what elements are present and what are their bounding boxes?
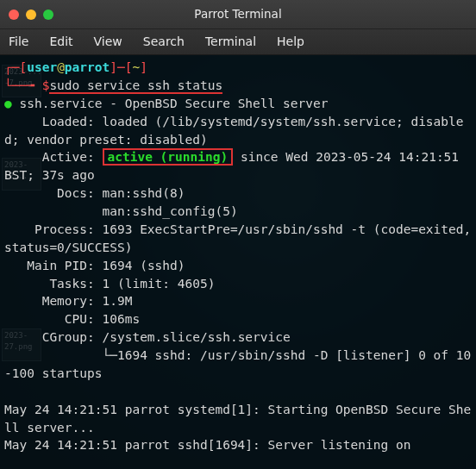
cgroup-line: CGroup: /system.slice/ssh.service (4, 330, 291, 344)
docs-link: man:sshd_config(5) (103, 204, 238, 218)
titlebar: Parrot Terminal (0, 0, 476, 29)
blank-line (4, 385, 12, 398)
prompt-bracket: ]─[ (110, 60, 132, 74)
active-label: Active: (4, 150, 103, 164)
menu-help[interactable]: Help (277, 33, 304, 50)
service-description: OpenBSD Secure Shell server (125, 97, 329, 110)
status-bullet-icon: ● (4, 97, 12, 110)
terminal-content[interactable]: ┌─[user@parrot]─[~] └──╼ $sudo service s… (0, 55, 476, 469)
prompt-user: user (27, 60, 57, 74)
prompt-bracket: ] (140, 60, 147, 74)
menu-terminal[interactable]: Terminal (205, 33, 256, 50)
menu-view[interactable]: View (94, 33, 122, 50)
prompt-host: parrot (65, 60, 110, 74)
prompt-line2-prefix: └──╼ (4, 78, 42, 92)
terminal-window: Parrot Terminal File Edit View Search Te… (0, 0, 476, 469)
prompt-bracket: ┌─[ (4, 60, 27, 74)
menu-search[interactable]: Search (143, 33, 185, 50)
tasks-line: Tasks: 1 (limit: 4605) (4, 277, 215, 291)
menu-edit[interactable]: Edit (49, 33, 72, 50)
annotation-underline (49, 92, 222, 94)
service-name: ssh.service - (12, 97, 125, 110)
journal-log-line: May 24 14:21:51 parrot sshd[1694]: Serve… (4, 438, 410, 452)
command-entered: sudo service ssh status (49, 78, 222, 92)
tree-branch-icon: └─ (4, 348, 117, 362)
cpu-line: CPU: 106ms (4, 312, 140, 326)
docs-link: man:sshd(8) (103, 186, 185, 200)
journal-log-line: May 24 14:21:51 parrot systemd[1]: Start… (4, 403, 471, 435)
active-status: active (running) (103, 148, 234, 166)
prompt-at: @ (57, 60, 65, 74)
menu-bar: File Edit View Search Terminal Help (0, 29, 476, 55)
process-line: Process: 1693 ExecStartPre=/usr/sbin/ssh… (4, 222, 476, 254)
docs-label: Docs: (4, 186, 103, 200)
menu-file[interactable]: File (9, 33, 28, 50)
memory-line: Memory: 1.9M (4, 294, 132, 308)
prompt-path: ~ (132, 60, 140, 74)
window-title: Parrot Terminal (0, 6, 476, 22)
loaded-line: Loaded: loaded (/lib/systemd/system/ssh.… (4, 115, 464, 147)
docs-pad (4, 204, 103, 218)
mainpid-line: Main PID: 1694 (sshd) (4, 259, 185, 272)
